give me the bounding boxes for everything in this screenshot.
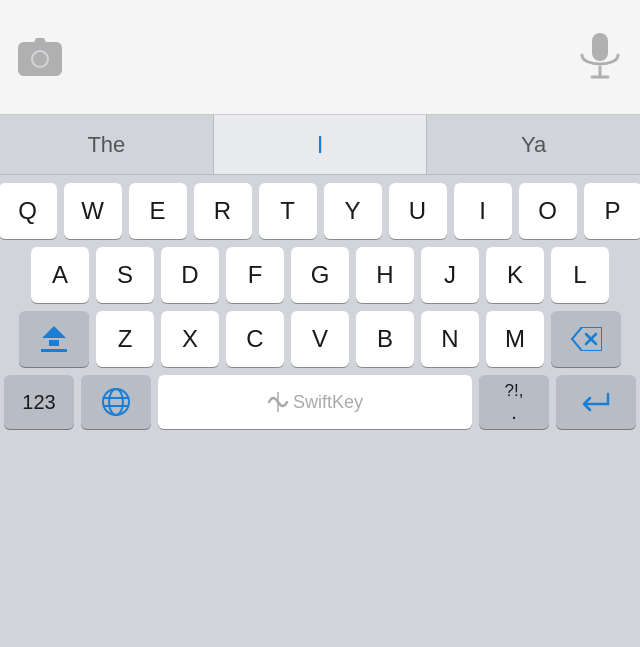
key-w[interactable]: W [64,183,122,239]
key-f[interactable]: F [226,247,284,303]
return-key[interactable] [556,375,636,429]
key-e[interactable]: E [129,183,187,239]
key-x[interactable]: X [161,311,219,367]
prediction-right[interactable]: Ya [427,115,640,174]
keyboard: Q W E R T Y U I O P A S D F G H J K L Z … [0,175,640,647]
backspace-key[interactable] [551,311,621,367]
key-z[interactable]: Z [96,311,154,367]
key-u[interactable]: U [389,183,447,239]
key-t[interactable]: T [259,183,317,239]
key-j[interactable]: J [421,247,479,303]
space-key[interactable]: SwiftKey [158,375,472,429]
key-row-4: 123 SwiftKey ?!, . [4,375,636,429]
key-s[interactable]: S [96,247,154,303]
key-l[interactable]: L [551,247,609,303]
key-k[interactable]: K [486,247,544,303]
prediction-bar: The I Ya [0,115,640,175]
key-o[interactable]: O [519,183,577,239]
key-p[interactable]: P [584,183,641,239]
swiftkey-symbol [267,392,289,412]
punctuation-key[interactable]: ?!, . [479,375,549,429]
svg-rect-2 [592,33,608,61]
globe-icon [101,387,131,417]
prediction-left[interactable]: The [0,115,214,174]
key-row-2: A S D F G H J K L [4,247,636,303]
key-i[interactable]: I [454,183,512,239]
prediction-middle[interactable]: I [214,115,428,174]
microphone-icon [578,33,622,81]
camera-icon [18,37,62,77]
numbers-key[interactable]: 123 [4,375,74,429]
key-g[interactable]: G [291,247,349,303]
backspace-icon [570,327,602,351]
svg-point-7 [103,389,129,415]
key-y[interactable]: Y [324,183,382,239]
globe-key[interactable] [81,375,151,429]
key-h[interactable]: H [356,247,414,303]
camera-button[interactable] [12,29,68,85]
return-icon [580,388,612,416]
search-input[interactable] [80,31,560,83]
shift-key[interactable] [19,311,89,367]
key-r[interactable]: R [194,183,252,239]
key-n[interactable]: N [421,311,479,367]
svg-point-1 [33,52,47,66]
key-q[interactable]: Q [0,183,57,239]
microphone-button[interactable] [572,29,628,85]
top-bar [0,0,640,115]
swiftkey-logo: SwiftKey [267,392,363,413]
key-c[interactable]: C [226,311,284,367]
key-m[interactable]: M [486,311,544,367]
svg-point-8 [109,389,123,415]
key-row-3: Z X C V B N M [4,311,636,367]
key-v[interactable]: V [291,311,349,367]
shift-arrow-icon [41,326,67,352]
key-row-1: Q W E R T Y U I O P [4,183,636,239]
key-b[interactable]: B [356,311,414,367]
key-d[interactable]: D [161,247,219,303]
key-a[interactable]: A [31,247,89,303]
